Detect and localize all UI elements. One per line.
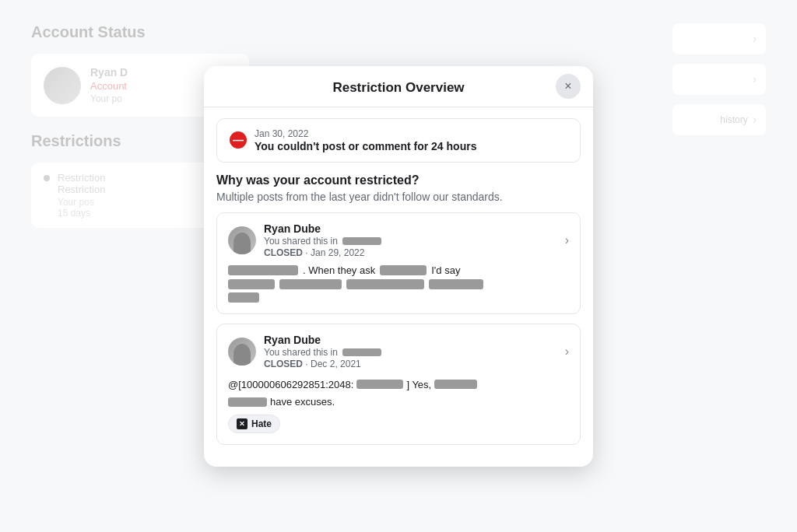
modal-title: Restriction Overview — [332, 80, 464, 96]
modal-header: Restriction Overview × — [204, 66, 593, 107]
why-subtitle: Multiple posts from the last year didn't… — [216, 191, 581, 203]
post-card-1[interactable]: Ryan Dube You shared this in CLOSED · Ja… — [216, 212, 581, 314]
post-sub-1: You shared this in — [264, 236, 384, 247]
restriction-overview-modal: Restriction Overview × — Jan 30, 2022 Yo… — [204, 66, 593, 467]
modal-body[interactable]: — Jan 30, 2022 You couldn't post or comm… — [204, 107, 593, 467]
post-header-2: Ryan Dube You shared this in CLOSED · De… — [217, 324, 580, 376]
post-at-text: @[100000606292851:2048: ] Yes, have excu… — [228, 376, 569, 410]
restriction-date: Jan 30, 2022 — [255, 128, 476, 139]
hate-tag-badge: ✕ Hate — [228, 415, 280, 433]
post-status-1: CLOSED · Jan 29, 2022 — [264, 247, 384, 258]
post-content-1: . When they ask I'd say — [217, 264, 580, 313]
post-status-2: CLOSED · Dec 2, 2021 — [264, 359, 384, 369]
restriction-desc: You couldn't post or comment for 24 hour… — [255, 140, 476, 152]
hate-tag-label: Hate — [251, 418, 272, 429]
modal-overlay: Restriction Overview × — Jan 30, 2022 Yo… — [0, 0, 797, 532]
post-info-2: Ryan Dube You shared this in CLOSED · De… — [264, 334, 384, 369]
post-chevron-2[interactable]: › — [565, 345, 569, 359]
restriction-banner: — Jan 30, 2022 You couldn't post or comm… — [216, 118, 581, 163]
post-card-2[interactable]: Ryan Dube You shared this in CLOSED · De… — [216, 324, 581, 445]
restriction-banner-text: Jan 30, 2022 You couldn't post or commen… — [255, 128, 476, 152]
close-button[interactable]: × — [556, 74, 581, 99]
post-header-1: Ryan Dube You shared this in CLOSED · Ja… — [217, 213, 580, 264]
post-header-left-1: Ryan Dube You shared this in CLOSED · Ja… — [228, 222, 384, 258]
post-chevron-1[interactable]: › — [565, 233, 569, 247]
post-info-1: Ryan Dube You shared this in CLOSED · Ja… — [264, 222, 384, 258]
tag-icon: ✕ — [237, 418, 248, 429]
restrict-icon: — — [230, 131, 247, 149]
post-header-left-2: Ryan Dube You shared this in CLOSED · De… — [228, 334, 384, 369]
post-name-1: Ryan Dube — [264, 222, 384, 235]
post-avatar-2 — [228, 338, 256, 366]
post-sub-2: You shared this in — [264, 347, 384, 358]
why-title: Why was your account restricted? — [216, 173, 581, 187]
why-section: Why was your account restricted? Multipl… — [204, 163, 593, 203]
post-content-2: @[100000606292851:2048: ] Yes, have excu… — [217, 376, 580, 444]
post-name-2: Ryan Dube — [264, 334, 384, 346]
post-avatar-1 — [228, 226, 256, 254]
